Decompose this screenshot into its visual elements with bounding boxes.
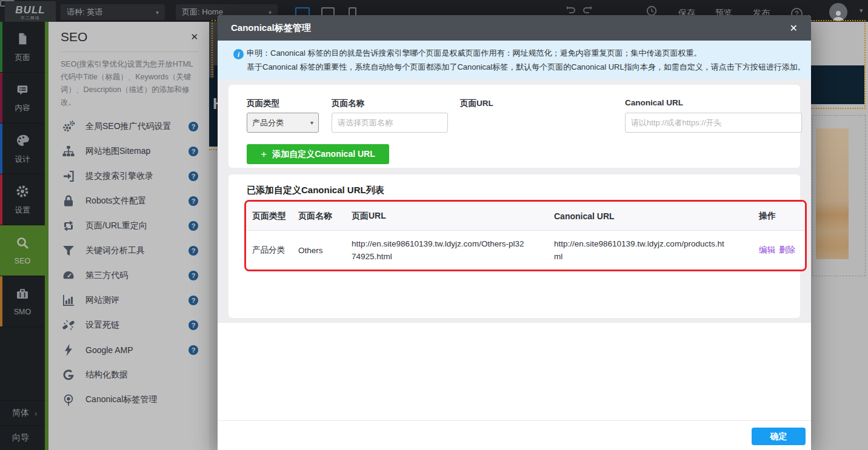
edit-link[interactable]: 编辑 xyxy=(759,245,775,256)
plus-icon: + xyxy=(261,148,267,160)
notice-banner: i 申明：Canonical 标签的目的就是告诉搜索引擎哪个页面是权威页面作用有… xyxy=(218,41,811,79)
cell-page-name: Others xyxy=(298,246,352,255)
page-url-link[interactable]: http://en.site98610139.tw.ldyjz.com/Othe… xyxy=(352,237,526,263)
canonical-url-input[interactable] xyxy=(625,113,802,133)
add-canonical-button-label: 添加自定义Canonical URL xyxy=(272,149,375,160)
canonical-list-title: 已添加自定义Canonical URL列表 xyxy=(247,185,384,196)
delete-link[interactable]: 删除 xyxy=(779,245,795,256)
canonical-url-label: Canonical URL xyxy=(625,98,683,107)
info-icon: i xyxy=(233,49,244,59)
chevron-down-icon: ▾ xyxy=(310,119,313,126)
page-type-label: 页面类型 xyxy=(247,98,279,109)
col-header-page-name: 页面名称 xyxy=(298,211,352,222)
modal-header: Canonical标签管理 ✕ xyxy=(218,15,811,41)
page-type-select[interactable]: 产品分类 ▾ xyxy=(247,113,319,133)
add-canonical-form-card: 页面类型 页面名称 页面URL Canonical URL 产品分类 ▾ + 添… xyxy=(229,85,800,168)
table-row: 产品分类 Others http://en.site98610139.tw.ld… xyxy=(246,231,805,270)
modal-footer: 确定 xyxy=(218,420,811,450)
col-header-page-url: 页面URL xyxy=(352,211,554,222)
notice-line-2: 基于Canonical 标签的重要性，系统自动给每个页面都添加了Canonica… xyxy=(247,60,799,74)
row-actions: 编辑 删除 xyxy=(759,245,799,256)
modal-title: Canonical标签管理 xyxy=(231,22,311,34)
table-header-row: 页面类型 页面名称 页面URL Canonical URL 操作 xyxy=(246,202,805,231)
page-name-input[interactable] xyxy=(332,113,448,133)
ok-button[interactable]: 确定 xyxy=(752,428,806,445)
col-header-page-type: 页面类型 xyxy=(252,211,298,222)
highlighted-table: 页面类型 页面名称 页面URL Canonical URL 操作 产品分类 Ot… xyxy=(244,200,807,271)
cell-page-type: 产品分类 xyxy=(252,245,298,256)
page-url-label: 页面URL xyxy=(460,98,493,109)
add-canonical-button[interactable]: + 添加自定义Canonical URL xyxy=(247,144,389,164)
cell-canonical-url: http://en.site98610139.tw.ldyjz.com/prod… xyxy=(554,237,729,263)
notice-line-1: 申明：Canonical 标签的目的就是告诉搜索引擎哪个页面是权威页面作用有：网… xyxy=(247,46,799,60)
close-icon[interactable]: ✕ xyxy=(790,22,798,34)
col-header-actions: 操作 xyxy=(759,211,799,222)
canonical-list-card: 已添加自定义Canonical URL列表 页面类型 页面名称 页面URL Ca… xyxy=(229,174,800,318)
canonical-tag-modal: Canonical标签管理 ✕ i 申明：Canonical 标签的目的就是告诉… xyxy=(218,15,811,450)
col-header-canonical-url: Canonical URL xyxy=(554,211,759,221)
app-window: BULL 不二网络 语种: 英语 ▾ 页面: Home ▾ 保存 预览 发布 ? xyxy=(0,0,868,450)
page-type-select-value: 产品分类 xyxy=(252,117,284,128)
page-name-label: 页面名称 xyxy=(332,98,364,109)
